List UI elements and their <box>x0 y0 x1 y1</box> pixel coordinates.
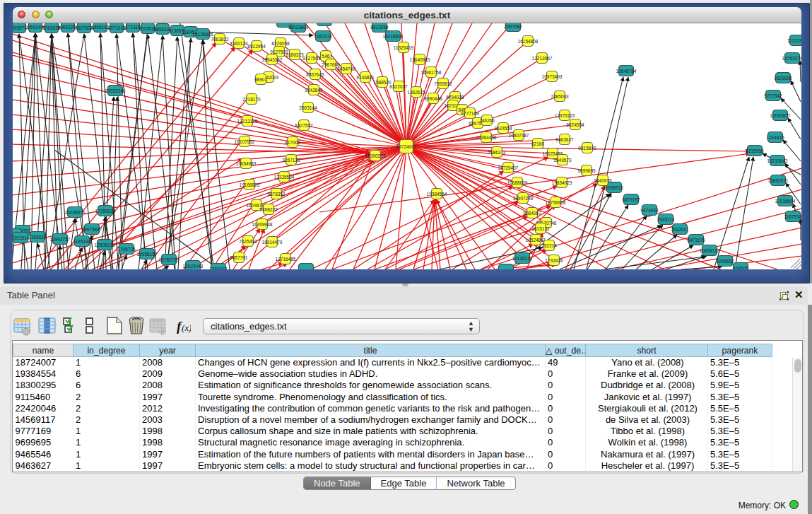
svg-text:1849573: 1849573 <box>553 158 572 163</box>
svg-text:16210643: 16210643 <box>767 158 788 163</box>
svg-text:1145194: 1145194 <box>73 239 91 244</box>
svg-text:9474444: 9474444 <box>640 208 659 213</box>
svg-text:2087682: 2087682 <box>504 24 522 29</box>
svg-text:16409948: 16409948 <box>252 222 273 227</box>
svg-text:9146821: 9146821 <box>356 75 375 80</box>
svg-text:12213319: 12213319 <box>237 119 258 124</box>
svg-text:9084067: 9084067 <box>523 211 541 216</box>
svg-text:14136141: 14136141 <box>512 256 533 261</box>
svg-text:19654923: 19654923 <box>552 180 572 185</box>
svg-text:1167534: 1167534 <box>784 214 801 219</box>
svg-text:10973493: 10973493 <box>542 74 563 79</box>
svg-text:2935114: 2935114 <box>657 217 675 222</box>
svg-text:8813054: 8813054 <box>370 25 389 30</box>
svg-text:9699695: 9699695 <box>577 168 596 173</box>
svg-text:7986372: 7986372 <box>488 150 506 155</box>
svg-text:16543362: 16543362 <box>262 57 283 62</box>
svg-text:3624554: 3624554 <box>494 126 512 131</box>
svg-text:10688609: 10688609 <box>507 180 528 185</box>
svg-text:8990448: 8990448 <box>424 96 442 101</box>
svg-text:9245652: 9245652 <box>716 259 734 264</box>
svg-text:10975887: 10975887 <box>82 227 102 232</box>
svg-text:1733426: 1733426 <box>545 258 563 263</box>
svg-text:18724007: 18724007 <box>396 144 417 149</box>
svg-text:1362615: 1362615 <box>407 90 425 95</box>
svg-text:8215958: 8215958 <box>746 148 764 153</box>
svg-text:546: 546 <box>322 54 330 59</box>
svg-text:11121914: 11121914 <box>787 38 801 43</box>
svg-text:20364436: 20364436 <box>476 135 497 140</box>
svg-text:8938913: 8938913 <box>605 185 623 190</box>
svg-text:16782759: 16782759 <box>159 257 180 262</box>
svg-text:19166825: 19166825 <box>240 182 260 187</box>
svg-text:746266: 746266 <box>479 118 495 123</box>
svg-text:16154808: 16154808 <box>518 39 539 44</box>
svg-text:9457791: 9457791 <box>230 255 248 260</box>
svg-text:6794028: 6794028 <box>446 95 464 100</box>
svg-text:8912954: 8912954 <box>247 44 266 49</box>
svg-text:16033809: 16033809 <box>288 25 309 30</box>
svg-text:417006: 417006 <box>285 140 300 145</box>
svg-text:1527602: 1527602 <box>75 25 93 30</box>
svg-text:16914479: 16914479 <box>262 240 283 245</box>
svg-text:7357274: 7357274 <box>314 34 332 39</box>
svg-text:1440935: 1440935 <box>594 178 612 183</box>
svg-text:924505: 924505 <box>733 266 748 270</box>
svg-text:2803144: 2803144 <box>299 105 317 110</box>
svg-text:8322037: 8322037 <box>389 84 408 89</box>
svg-text:2718170: 2718170 <box>242 97 261 102</box>
svg-text:9127503: 9127503 <box>302 56 321 61</box>
svg-text:14126805: 14126805 <box>193 32 213 37</box>
svg-text:8427552: 8427552 <box>295 123 313 128</box>
svg-text:8454749: 8454749 <box>337 66 355 71</box>
svg-text:19218506: 19218506 <box>383 34 404 39</box>
svg-text:7625402: 7625402 <box>239 239 257 244</box>
svg-text:10524851: 10524851 <box>526 238 546 243</box>
svg-text:3267130: 3267130 <box>282 158 300 163</box>
svg-text:8226058: 8226058 <box>271 41 290 46</box>
svg-text:5498222: 5498222 <box>259 207 278 212</box>
svg-text:10654112: 10654112 <box>700 248 720 253</box>
svg-text:13716485: 13716485 <box>276 257 296 262</box>
svg-text:10756928: 10756928 <box>546 200 566 205</box>
svg-text:20053346: 20053346 <box>105 88 126 93</box>
svg-text:1911514: 1911514 <box>13 235 30 240</box>
svg-text:10648784: 10648784 <box>616 69 637 74</box>
svg-text:17016504: 17016504 <box>775 199 796 204</box>
svg-text:5878352: 5878352 <box>267 192 286 197</box>
svg-text:12923448: 12923448 <box>183 264 204 269</box>
svg-text:252214: 252214 <box>541 243 557 248</box>
svg-text:6879197: 6879197 <box>622 197 640 202</box>
svg-text:15300273: 15300273 <box>365 153 386 158</box>
svg-text:12942757: 12942757 <box>50 237 71 242</box>
svg-text:16961758: 16961758 <box>421 70 442 75</box>
svg-text:12093827: 12093827 <box>770 113 791 118</box>
svg-text:9515840: 9515840 <box>578 146 596 151</box>
svg-text:15751074: 15751074 <box>782 56 801 61</box>
svg-text:12505135: 12505135 <box>95 243 115 247</box>
svg-text:(x): (x) <box>182 322 191 333</box>
svg-text:9227342: 9227342 <box>764 93 782 98</box>
svg-text:18907249: 18907249 <box>513 196 534 201</box>
svg-text:8471676: 8471676 <box>687 238 705 243</box>
svg-text:1244415: 1244415 <box>766 135 784 140</box>
svg-text:17359924: 17359924 <box>95 209 116 214</box>
svg-text:98901: 98901 <box>254 77 267 82</box>
svg-text:20206576: 20206576 <box>65 210 86 215</box>
svg-text:1795725: 1795725 <box>117 247 136 252</box>
svg-text:7632621: 7632621 <box>671 227 689 232</box>
svg-text:13640910: 13640910 <box>410 57 430 62</box>
svg-text:12335594: 12335594 <box>274 175 295 180</box>
svg-text:1292344: 1292344 <box>209 267 228 270</box>
svg-text:7663822: 7663822 <box>211 37 229 42</box>
svg-text:10958157: 10958157 <box>137 252 158 257</box>
svg-text:8160124: 8160124 <box>230 41 248 46</box>
svg-text:11325419: 11325419 <box>394 45 414 50</box>
svg-text:6463627: 6463627 <box>555 137 574 142</box>
svg-text:15720407: 15720407 <box>498 165 519 170</box>
svg-text:7955812: 7955812 <box>434 81 452 86</box>
svg-text:8457645: 8457645 <box>306 72 324 77</box>
svg-text:9242845: 9242845 <box>305 88 323 93</box>
svg-text:7485063: 7485063 <box>551 94 569 99</box>
svg-text:62160: 62160 <box>531 141 544 146</box>
